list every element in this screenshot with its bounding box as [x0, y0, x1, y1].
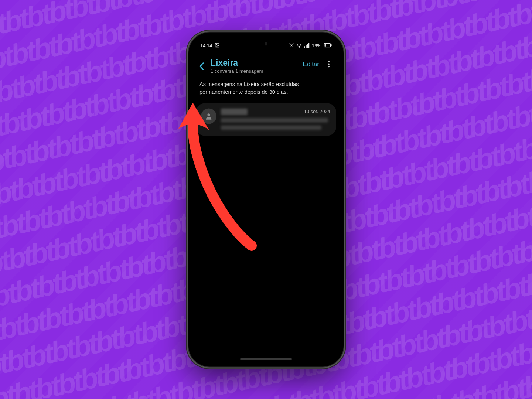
phone-frame: 14:14 — [188, 33, 344, 367]
trash-notice-text: As mensagens na Lixeira serão excluídas … — [192, 78, 340, 101]
alarm-icon — [289, 43, 294, 48]
status-time: 14:14 — [200, 42, 212, 48]
edit-button[interactable]: Editar — [303, 61, 319, 68]
svg-rect-0 — [215, 43, 219, 47]
svg-point-14 — [207, 113, 210, 116]
battery-icon — [324, 43, 332, 48]
page-title: Lixeira — [211, 58, 301, 68]
svg-rect-6 — [307, 44, 308, 48]
avatar — [201, 109, 216, 124]
image-icon — [215, 43, 220, 48]
contact-name-blurred — [221, 109, 248, 115]
conversation-date: 10 set. 2024 — [304, 109, 330, 114]
svg-point-11 — [328, 61, 330, 62]
svg-rect-10 — [331, 44, 331, 46]
svg-point-13 — [328, 66, 330, 68]
signal-icon — [304, 42, 310, 48]
svg-rect-9 — [325, 44, 326, 47]
message-preview-blurred — [221, 118, 328, 123]
screen-header: Lixeira 1 conversa 1 mensagem Editar — [192, 52, 340, 78]
phone-screen: 14:14 — [192, 36, 340, 363]
svg-point-12 — [328, 64, 330, 65]
gesture-bar — [240, 358, 292, 360]
back-button[interactable] — [195, 58, 208, 75]
svg-rect-4 — [304, 46, 305, 48]
svg-rect-7 — [308, 43, 309, 48]
svg-point-1 — [216, 44, 217, 45]
more-options-button[interactable] — [325, 61, 332, 68]
svg-rect-5 — [306, 45, 306, 48]
conversation-item[interactable]: 10 set. 2024 — [196, 103, 336, 136]
camera-notch — [264, 41, 268, 46]
message-preview-blurred — [221, 126, 321, 130]
status-battery-text: 19% — [312, 42, 321, 48]
svg-point-3 — [299, 47, 300, 48]
page-subtitle: 1 conversa 1 mensagem — [211, 68, 301, 74]
wifi-icon — [296, 42, 302, 48]
